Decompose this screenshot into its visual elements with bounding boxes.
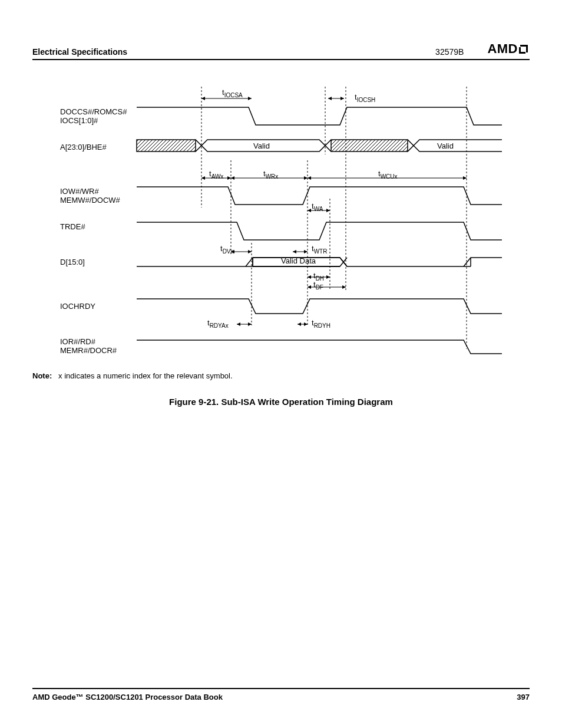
header-section: Electrical Specifications [32,47,127,57]
amd-logo-icon [519,44,530,54]
svg-rect-21 [331,140,408,151]
figure-note: Note: x indicates a numeric index for th… [32,371,530,380]
header-docnum: 32579B [435,47,464,57]
svg-rect-20 [137,140,196,151]
note-prefix: Note: [32,371,52,380]
figure-caption: Figure 9-21. Sub-ISA Write Operation Tim… [32,397,530,407]
page-footer: AMD Geode™ SC1200/SC1201 Processor Data … [32,688,530,701]
timing-svg [60,84,502,361]
amd-logo-text: AMD [487,41,518,57]
timing-diagram: DOCCS#/ROMCS#IOCS[1:0]# A[23:0]/BHE# IOW… [60,84,502,361]
note-text: x indicates a numeric index for the rele… [58,371,233,380]
amd-logo: AMD [487,41,530,57]
page-header: Electrical Specifications 32579B AMD [32,41,530,60]
footer-title: AMD Geode™ SC1200/SC1201 Processor Data … [32,693,223,701]
footer-pagenum: 397 [517,693,530,701]
figure-area: DOCCS#/ROMCS#IOCS[1:0]# A[23:0]/BHE# IOW… [32,84,530,407]
